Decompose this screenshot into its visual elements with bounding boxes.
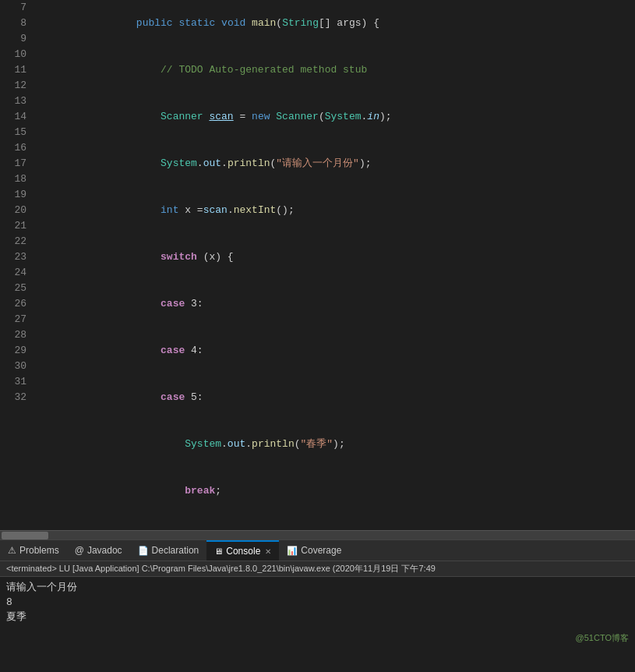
code-line-13: case 3:: [39, 281, 635, 327]
console-header-text: <terminated> LU [Java Application] C:\Pr…: [6, 564, 436, 573]
code-line-11: int x =scan.nextInt();: [39, 187, 635, 234]
console-watermark: @51CTO博客: [576, 632, 629, 644]
code-container: 7 8 9 10 11 12 13 14 15 16 17 18 19 20 2…: [0, 0, 635, 530]
tab-problems[interactable]: ⚠ Problems: [0, 540, 67, 561]
code-line-12: switch (x) {: [39, 234, 635, 281]
line-numbers: 7 8 9 10 11 12 13 14 15 16 17 18 19 20 2…: [0, 0, 33, 530]
console-line-2: 8: [6, 595, 629, 610]
code-line-10: System.out.println("请输入一个月份");: [39, 140, 635, 187]
editor-area: 7 8 9 10 11 12 13 14 15 16 17 18 19 20 2…: [0, 0, 635, 530]
code-line-18: case 6:: [39, 515, 635, 530]
tab-problems-label: Problems: [19, 545, 59, 556]
tab-declaration-label: Declaration: [152, 545, 199, 556]
problems-icon: ⚠: [8, 545, 16, 556]
code-line-9: Scanner scan = new Scanner(System.in);: [39, 94, 635, 140]
bottom-tabs-bar: ⚠ Problems @ Javadoc 📄 Declaration 🖥 Con…: [0, 539, 635, 561]
console-line-3: 夏季: [6, 610, 629, 624]
tab-coverage[interactable]: 📊 Coverage: [279, 540, 349, 561]
declaration-icon: 📄: [138, 546, 149, 556]
tab-declaration[interactable]: 📄 Declaration: [130, 540, 207, 561]
code-content[interactable]: public static void main(String[] args) {…: [33, 0, 635, 530]
tab-javadoc-label: Javadoc: [87, 545, 122, 556]
horizontal-scrollbar[interactable]: [0, 530, 635, 539]
console-output: 请输入一个月份 8 夏季: [0, 577, 635, 628]
javadoc-icon: @: [75, 545, 84, 556]
console-tab-close[interactable]: ✕: [265, 547, 271, 556]
code-line-15: case 5:: [39, 374, 635, 421]
tab-console[interactable]: 🖥 Console ✕: [206, 540, 279, 561]
scrollbar-thumb[interactable]: [2, 532, 48, 539]
console-line-1: 请输入一个月份: [6, 580, 629, 595]
code-line-17: break;: [39, 468, 635, 515]
console-footer: @51CTO博客: [0, 631, 635, 645]
tab-console-label: Console: [226, 546, 260, 557]
code-line-8: // TODO Auto-generated method stub: [39, 47, 635, 94]
code-line-16: System.out.println("春季");: [39, 421, 635, 468]
coverage-icon: 📊: [287, 546, 298, 556]
console-header: <terminated> LU [Java Application] C:\Pr…: [0, 561, 635, 577]
code-line-7: public static void main(String[] args) {: [39, 0, 635, 47]
tab-coverage-label: Coverage: [301, 545, 341, 556]
console-icon: 🖥: [214, 546, 223, 556]
code-line-14: case 4:: [39, 327, 635, 374]
tab-javadoc[interactable]: @ Javadoc: [67, 540, 130, 561]
console-area: <terminated> LU [Java Application] C:\Pr…: [0, 561, 635, 672]
